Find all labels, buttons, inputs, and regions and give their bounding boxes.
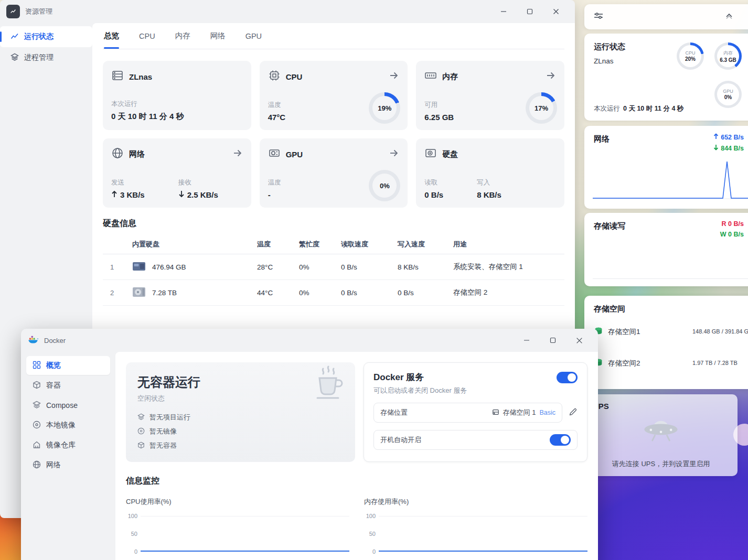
docker-nav-network[interactable]: 网络 [26,456,110,475]
card-title: CPU [286,72,303,81]
nav-label: 镜像仓库 [46,440,76,450]
gauge-value: 6.3 GB [720,57,736,63]
gpu-icon [268,147,281,161]
arrow-right-icon[interactable] [389,148,399,160]
read-speed: R 0 B/s [720,220,744,228]
table-row[interactable]: 2 7.28 TB 44°C 0% 0 B/s 0 B/s 存储空间 2 [103,280,564,306]
drive-busy: 0% [299,289,341,297]
y-tick: 0 [372,548,376,555]
volume-row[interactable]: 存储空间2 1.97 TB / 7.28 TB [594,358,748,369]
widget-panel: 运行状态 ZLnas CPU20% 内存6.3 GB GPU0% 本次运行0 天… [584,0,748,560]
storage-location-field[interactable]: 存储位置 存储空间 1 Basic [373,403,562,423]
arrow-right-icon[interactable] [546,70,556,83]
gpu-gauge: 0% [369,170,400,201]
volume-name: 存储空间2 [608,359,640,368]
tab-overview[interactable]: 总览 [104,23,119,49]
sidebar-item-process-mgmt[interactable]: 进程管理 [0,47,92,68]
drive-temp: 44°C [257,289,299,297]
col-usage: 用途 [453,240,564,249]
idle-item-label: 暂无容器 [149,441,177,450]
docker-nav-overview[interactable]: 概览 [26,356,110,375]
chart-label: 内存使用率(%) [364,497,587,507]
download-speed: 844 B/s [721,145,744,152]
send-value: 3 KB/s [120,190,145,199]
storage-drive-icon [492,408,499,417]
autostart-label: 开机自动开启 [380,435,421,445]
tab-cpu[interactable]: CPU [139,23,155,49]
idle-item-label: 暂无镜像 [149,427,177,436]
storage-location-label: 存储位置 [380,408,408,417]
layers-icon [137,413,145,422]
tab-gpu[interactable]: GPU [245,23,262,49]
collapse-panel-icon[interactable] [725,12,733,22]
card-title: 网络 [129,149,145,159]
gauge-label: CPU [685,50,695,56]
write-label: 写入 [477,178,501,187]
docker-nav-local-images[interactable]: 本地镜像 [26,416,110,435]
table-row[interactable]: 1 476.94 GB 28°C 0% 0 B/s 8 KB/s 系统安装、存储… [103,254,564,280]
storage-badge: Basic [539,409,555,416]
docker-whale-icon [27,333,39,347]
widget-settings-icon[interactable] [594,12,603,21]
arrow-right-icon[interactable] [232,148,243,160]
sidebar-item-run-status[interactable]: 运行状态 [0,26,92,47]
chart-label: CPU使用率(%) [126,497,349,507]
volume-row[interactable]: 存储空间1 148.48 GB / 391.84 GB [594,326,748,338]
volume-name: 存储空间1 [608,327,640,337]
memory-usage-chart: 内存使用率(%) 100 50 0 [364,497,587,552]
metric-label: 温度 [268,101,286,110]
row-index: 2 [103,289,132,297]
docker-nav-compose[interactable]: Compose [26,396,110,415]
docker-nav-registry[interactable]: 镜像仓库 [26,436,110,455]
autostart-toggle[interactable] [550,434,571,446]
status-widget: 运行状态 ZLnas CPU20% 内存6.3 GB GPU0% 本次运行0 天… [584,34,748,121]
cpu-card[interactable]: CPU 温度 47°C 19% [260,61,408,130]
uptime-value: 0 天 10 时 11 分 4 秒 [111,112,184,122]
network-chart [593,157,748,203]
monitor-title: 信息监控 [126,476,587,487]
network-widget: 网络 652 B/s 844 B/s [584,126,748,209]
line-chart-icon [10,32,19,42]
memory-card[interactable]: 内存 可用 6.25 GB 17% [416,61,564,130]
edit-pencil-icon[interactable] [569,407,578,418]
col-drive: 内置硬盘 [132,240,257,249]
host-card: ZLnas 本次运行 0 天 10 时 11 分 4 秒 [103,61,251,130]
arrow-up-icon [111,190,117,199]
panel-cpu-gauge: CPU20% [677,42,704,70]
ups-message: 请先连接 UPS，并到设置里启用 [584,459,738,469]
y-tick: 50 [369,531,376,537]
close-button[interactable] [574,335,584,346]
network-card[interactable]: 网络 发送 3 KB/s 接收 2.5 KB/s [103,138,251,208]
send-label: 发送 [111,178,145,187]
tab-memory[interactable]: 内存 [175,23,190,49]
docker-service-toggle[interactable] [557,372,578,383]
grid-icon [33,361,41,371]
maximize-button[interactable] [525,6,535,17]
metric-value: 6.25 GB [424,113,454,122]
docker-window: Docker 概览 容器 Compose [21,329,598,560]
nav-label: 网络 [46,460,61,470]
arrow-right-icon[interactable] [389,70,399,83]
uptime-value: 0 天 10 时 11 分 4 秒 [623,105,683,112]
tab-network[interactable]: 网络 [210,23,226,49]
gpu-card[interactable]: GPU 温度 - 0% [260,138,408,208]
metric-value: - [268,190,281,199]
uptime-label: 本次运行 [111,100,184,109]
nav-label: 本地镜像 [46,421,76,430]
coffee-cup-icon [309,364,347,408]
write-speed: W 0 B/s [720,231,744,238]
gauge-percent: 19% [378,104,391,112]
docker-nav-containers[interactable]: 容器 [26,376,110,395]
maximize-button[interactable] [548,335,558,346]
nav-label: 容器 [46,381,61,390]
hard-disk-icon [424,147,437,161]
gauge-percent: 17% [535,104,548,112]
close-button[interactable] [551,6,561,17]
minimize-button[interactable] [521,335,532,346]
minimize-button[interactable] [498,6,509,17]
layers-icon [10,53,19,63]
metric-label: 可用 [424,101,454,110]
disk-table: 内置硬盘 温度 繁忙度 读取速度 写入速度 用途 1 476.94 GB 28 [103,234,564,306]
ups-widget: UPS 请先连接 UPS，并到设置里启用 [584,394,738,476]
gauge-label: 内存 [723,50,733,57]
